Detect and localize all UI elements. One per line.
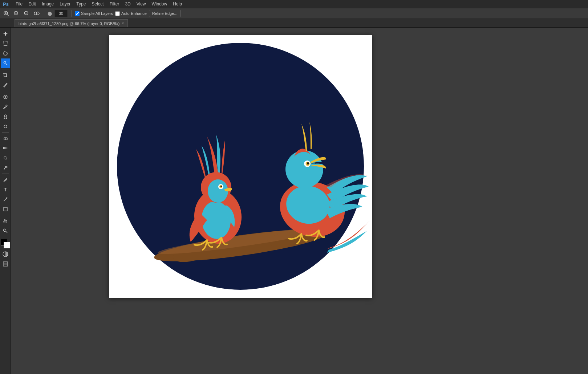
separator-tools-1 [2, 69, 9, 69]
brush-size-input[interactable]: 30 [54, 10, 68, 17]
gradient-tool[interactable] [1, 143, 10, 153]
svg-point-44 [220, 186, 222, 187]
screen-mode-button[interactable] [1, 259, 10, 269]
svg-point-18 [4, 115, 7, 117]
menu-view[interactable]: View [134, 1, 149, 7]
svg-rect-10 [4, 42, 7, 45]
ps-logo: Ps [1, 1, 10, 7]
svg-line-12 [6, 64, 7, 65]
canvas-area [11, 28, 588, 374]
hand-tool[interactable] [1, 216, 10, 226]
svg-point-1 [5, 12, 7, 14]
svg-point-9 [36, 12, 39, 15]
svg-point-47 [285, 150, 323, 188]
tool-add-icon[interactable] [12, 9, 20, 17]
menu-bar: Ps File Edit Image Layer Type Select Fil… [0, 0, 588, 8]
separator-tools-6 [2, 237, 9, 237]
quick-mask-tool[interactable] [1, 249, 10, 259]
menu-filter[interactable]: Filter [107, 1, 122, 7]
document-tab[interactable]: birds-ga2ba6f371_1280.png @ 66.7% (Layer… [15, 19, 128, 27]
path-selection-tool[interactable] [1, 195, 10, 204]
eyedropper-tool[interactable] [1, 80, 10, 90]
canvas-document [109, 35, 372, 298]
dodge-tool[interactable] [1, 163, 10, 172]
menu-layer[interactable]: Layer [57, 1, 73, 7]
separator-tools-4 [2, 174, 9, 174]
pen-tool[interactable] [1, 175, 10, 184]
quick-select-tool[interactable] [1, 58, 10, 68]
shape-tool[interactable] [1, 204, 10, 214]
svg-rect-31 [4, 263, 7, 265]
sample-all-layers-text: Sample All Layers [81, 11, 113, 16]
separator-tools-2 [2, 91, 9, 91]
marquee-tool[interactable] [1, 39, 10, 48]
main-layout: T [0, 28, 588, 374]
options-bar: ⬤ 30 Sample All Layers Auto-Enhance Refi… [0, 8, 588, 19]
background-swatch[interactable] [4, 242, 10, 248]
svg-point-41 [208, 179, 228, 203]
svg-point-27 [3, 229, 6, 232]
menu-image[interactable]: Image [39, 1, 56, 7]
color-swatches[interactable] [1, 239, 10, 248]
zoom-tool[interactable] [1, 226, 10, 236]
brush-size-label: ⬤ [48, 11, 52, 16]
menu-help[interactable]: Help [170, 1, 184, 7]
tab-close-button[interactable]: × [122, 21, 124, 25]
type-icon: T [4, 187, 7, 192]
eraser-tool[interactable] [1, 134, 10, 143]
svg-point-13 [3, 86, 4, 87]
menu-file[interactable]: File [13, 1, 25, 7]
auto-enhance-checkbox[interactable] [115, 11, 120, 16]
bird-illustration [109, 35, 372, 298]
separator-tools-3 [2, 132, 9, 133]
refine-edge-button[interactable]: Refine Edge... [149, 10, 181, 17]
tool-quick-select-icon[interactable] [2, 9, 10, 17]
tab-bar: birds-ga2ba6f371_1280.png @ 66.7% (Layer… [0, 19, 588, 28]
history-tool[interactable] [1, 122, 10, 131]
tool-subtract-icon[interactable] [23, 9, 31, 17]
svg-line-2 [7, 15, 9, 16]
separator-1 [44, 10, 44, 17]
svg-rect-26 [4, 207, 7, 211]
menu-3d[interactable]: 3D [122, 1, 133, 7]
menu-select[interactable]: Select [89, 1, 106, 7]
svg-point-11 [4, 61, 6, 64]
brush-tool[interactable] [1, 102, 10, 111]
svg-point-17 [3, 108, 4, 109]
separator-tools-5 [2, 215, 9, 215]
svg-point-22 [4, 156, 7, 159]
blur-tool[interactable] [1, 153, 10, 163]
crop-tool[interactable] [1, 70, 10, 80]
sample-all-layers-checkbox[interactable] [75, 11, 80, 16]
svg-line-24 [4, 168, 5, 170]
menu-edit[interactable]: Edit [26, 1, 38, 7]
sample-all-layers-label[interactable]: Sample All Layers [75, 11, 113, 16]
clone-tool[interactable] [1, 112, 10, 121]
move-tool[interactable] [1, 29, 10, 38]
type-tool[interactable]: T [1, 185, 10, 194]
svg-line-28 [6, 231, 7, 233]
left-toolbar: T [0, 28, 11, 374]
svg-point-50 [307, 162, 309, 164]
healing-tool[interactable] [1, 92, 10, 102]
auto-enhance-label[interactable]: Auto-Enhance [115, 11, 147, 16]
menu-window[interactable]: Window [149, 1, 170, 7]
separator-2 [71, 10, 72, 17]
auto-enhance-text: Auto-Enhance [121, 11, 147, 16]
menu-type[interactable]: Type [74, 1, 88, 7]
tool-intersect-icon[interactable] [33, 9, 41, 17]
svg-point-23 [5, 166, 7, 168]
svg-rect-21 [3, 147, 8, 149]
lasso-tool[interactable] [1, 49, 10, 58]
tab-title: birds-ga2ba6f371_1280.png @ 66.7% (Layer… [19, 21, 119, 26]
